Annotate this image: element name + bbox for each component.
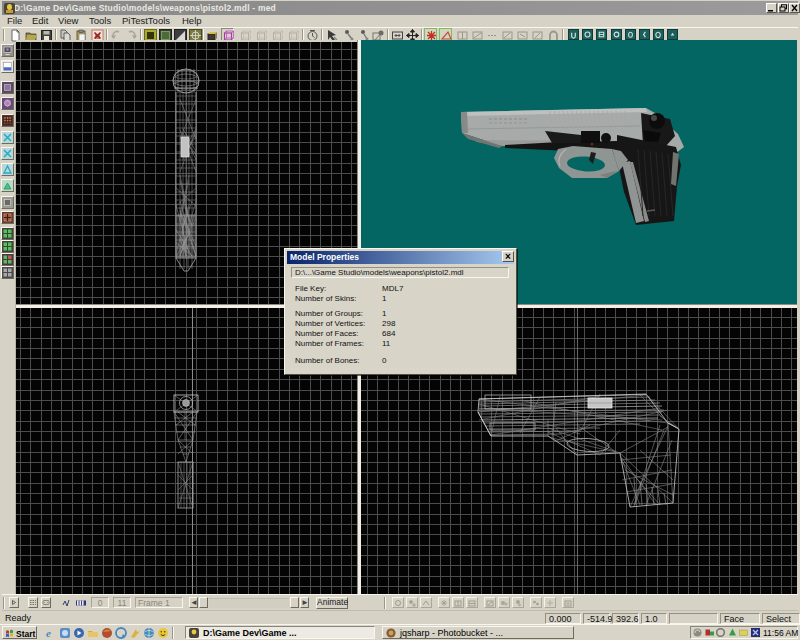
svg-text:e: e	[46, 627, 51, 639]
